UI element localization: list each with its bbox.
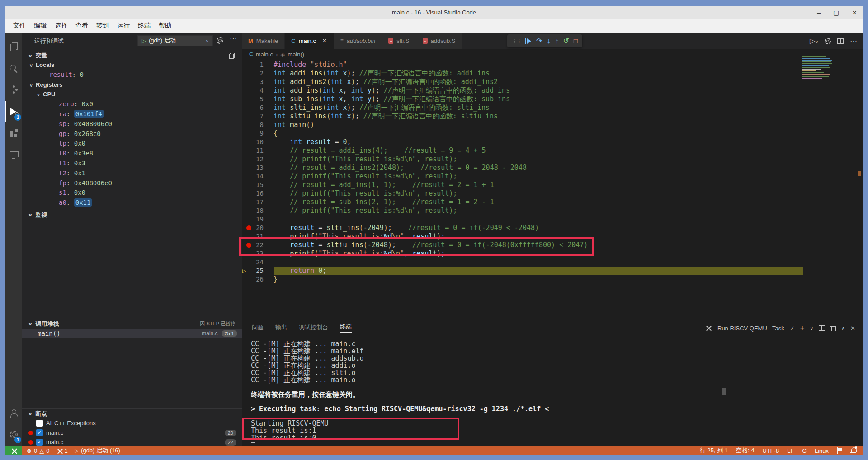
remote-indicator[interactable] xyxy=(5,446,22,455)
sidebar-item-run-debug[interactable]: 1 xyxy=(5,101,22,122)
sidebar-item-remote-explorer[interactable] xyxy=(5,145,22,165)
indentation[interactable]: 空格: 4 xyxy=(736,446,754,455)
breakpoint-checkbox[interactable]: ✓ xyxy=(36,439,43,446)
kill-terminal-icon[interactable] xyxy=(830,325,836,331)
section-breakpoints[interactable]: ∨ 断点 xyxy=(22,408,242,418)
debug-status[interactable]: ▷ (gdb) 启动 (16) xyxy=(75,446,120,455)
maximize-icon[interactable]: ▢ xyxy=(833,6,839,19)
step-over-icon[interactable]: ↷ xyxy=(536,37,542,45)
breakpoint-row[interactable]: All C++ Exceptions xyxy=(22,418,242,428)
ports-status[interactable]: 1 xyxy=(57,447,67,454)
launch-config-dropdown[interactable]: ▷ (gdb) 启动 ∨ xyxy=(137,35,213,46)
register-row-fp[interactable]: fp: 0x408006e0 xyxy=(26,178,241,188)
close-icon[interactable]: ✕ xyxy=(852,6,857,19)
split-terminal-icon[interactable] xyxy=(819,325,825,331)
variable-row-result[interactable]: result: 0 xyxy=(26,70,241,80)
account-button[interactable] xyxy=(5,403,22,424)
register-row-gp[interactable]: gp: 0x268c0 xyxy=(26,129,241,139)
menu-文件[interactable]: 文件 xyxy=(9,20,30,31)
gutter[interactable]: 12 xyxy=(242,155,274,164)
more-actions-icon[interactable]: ⋯ xyxy=(230,34,237,42)
sidebar-item-explorer[interactable] xyxy=(5,36,22,57)
stack-frame-row[interactable]: main() main.c 25:1 xyxy=(22,329,242,338)
sidebar-item-extensions[interactable] xyxy=(5,123,22,144)
menu-查看[interactable]: 查看 xyxy=(71,20,92,31)
menu-转到[interactable]: 转到 xyxy=(92,20,113,31)
register-row-t1[interactable]: t1: 0x3 xyxy=(26,159,241,169)
gutter[interactable]: 26 xyxy=(242,275,274,284)
gutter[interactable]: 3 xyxy=(242,78,274,86)
register-row-t2[interactable]: t2: 0x1 xyxy=(26,169,241,178)
code-editor[interactable]: 1#include "stdio.h"2int addi_ins(int x);… xyxy=(242,60,863,320)
cursor-position[interactable]: 行 25, 列 1 xyxy=(700,446,728,455)
breakpoint-dot-icon[interactable] xyxy=(246,225,251,230)
locals-group[interactable]: ∨Locals xyxy=(26,60,241,70)
gutter[interactable]: 24 xyxy=(242,258,274,267)
feedback-icon[interactable] xyxy=(837,447,842,454)
register-row-ra[interactable]: ra: 0x101f4 xyxy=(26,109,241,119)
variables-tree[interactable]: ∨Localsresult: 0∨Registers∨CPUzero: 0x0r… xyxy=(26,60,241,208)
gutter[interactable]: 10 xyxy=(242,138,274,146)
section-watch[interactable]: ∨ 监视 xyxy=(22,210,242,220)
tab-slti.S[interactable]: ≡slti.S xyxy=(382,33,416,49)
register-row-s1[interactable]: s1: 0x0 xyxy=(26,188,241,198)
encoding[interactable]: UTF-8 xyxy=(763,447,779,454)
task-label[interactable]: Run RISCV-QEMU - Task xyxy=(717,325,784,332)
menu-帮助[interactable]: 帮助 xyxy=(155,20,175,31)
gutter[interactable]: 7 xyxy=(242,112,274,121)
run-menu-icon[interactable]: ▷∨ xyxy=(810,37,818,45)
gutter[interactable]: 17 xyxy=(242,198,274,207)
gutter[interactable]: 19 xyxy=(242,215,274,224)
more-actions-icon[interactable]: ⋯ xyxy=(850,37,857,45)
notifications-icon[interactable] xyxy=(850,447,856,454)
eol[interactable]: LF xyxy=(787,447,794,454)
start-debug-icon[interactable]: ▷ xyxy=(142,38,146,44)
gutter[interactable]: 11 xyxy=(242,146,274,155)
breakpoint-checkbox[interactable] xyxy=(36,420,43,427)
gutter[interactable]: 16 xyxy=(242,189,274,198)
language-mode[interactable]: C xyxy=(802,447,807,454)
maximize-panel-icon[interactable]: ∧ xyxy=(841,325,845,331)
close-panel-icon[interactable]: ✕ xyxy=(850,325,855,332)
terminal-scrollbar[interactable] xyxy=(722,388,726,395)
register-row-t0[interactable]: t0: 0x3e8 xyxy=(26,149,241,159)
tab-addsub.bin[interactable]: ≡addsub.bin xyxy=(334,33,382,49)
panel-tab-调试控制台[interactable]: 调试控制台 xyxy=(299,324,328,332)
gear-icon[interactable] xyxy=(825,38,831,44)
gutter[interactable]: 13 xyxy=(242,164,274,172)
debug-settings-gear-icon[interactable] xyxy=(217,37,223,44)
sidebar-item-source-control[interactable] xyxy=(5,80,22,100)
gutter[interactable]: 5 xyxy=(242,95,274,103)
minimize-icon[interactable]: – xyxy=(817,6,821,19)
menu-终端[interactable]: 终端 xyxy=(134,20,155,31)
gutter[interactable]: ▷25 xyxy=(242,267,274,275)
restart-icon[interactable]: ↺ xyxy=(563,37,569,45)
gutter[interactable]: 4 xyxy=(242,86,274,95)
gutter[interactable]: 8 xyxy=(242,121,274,129)
gutter[interactable]: 14 xyxy=(242,172,274,181)
breakpoint-checkbox[interactable]: ✓ xyxy=(36,429,43,436)
cpu-group[interactable]: ∨CPU xyxy=(26,89,241,99)
minimap[interactable] xyxy=(802,56,838,83)
gutter[interactable]: 1 xyxy=(242,61,274,69)
tab-addsub.S[interactable]: ≡addsub.S xyxy=(416,33,462,49)
panel-toggle-icon[interactable] xyxy=(229,53,235,59)
menu-运行[interactable]: 运行 xyxy=(113,20,134,31)
menu-编辑[interactable]: 编辑 xyxy=(30,20,51,31)
stop-icon[interactable]: □ xyxy=(574,37,578,45)
tab-Makefile[interactable]: MMakefile xyxy=(242,33,285,49)
register-row-tp[interactable]: tp: 0x0 xyxy=(26,139,241,149)
gutter[interactable]: 20 xyxy=(242,224,274,232)
settings-button[interactable]: 1 xyxy=(5,424,22,445)
panel-tab-终端[interactable]: 终端 xyxy=(340,323,352,333)
breakpoint-row[interactable]: ✓main.c20 xyxy=(22,428,242,437)
panel-tab-问题[interactable]: 问题 xyxy=(252,324,264,332)
new-terminal-icon[interactable]: + xyxy=(800,324,805,333)
menu-选择[interactable]: 选择 xyxy=(51,20,71,31)
register-row-zero[interactable]: zero: 0x0 xyxy=(26,99,241,109)
panel-tab-输出[interactable]: 输出 xyxy=(275,324,287,332)
tab-main.c[interactable]: Cmain.c✕ xyxy=(285,33,334,49)
gutter[interactable]: 9 xyxy=(242,129,274,138)
os-indicator[interactable]: Linux xyxy=(815,447,829,454)
continue-icon[interactable] xyxy=(525,38,532,44)
